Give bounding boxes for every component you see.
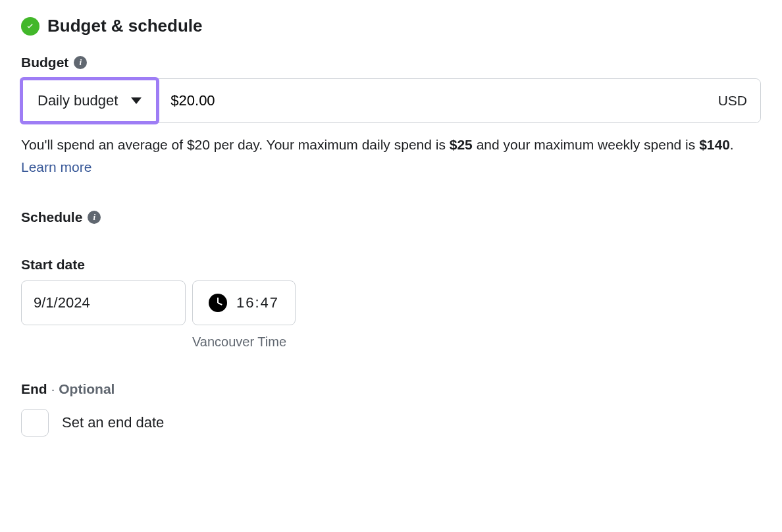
max-daily-spend: $25: [450, 137, 473, 152]
date-time-row: 9/1/2024 16:47: [21, 280, 761, 325]
budget-label-row: Budget i: [21, 55, 761, 70]
budget-type-dropdown[interactable]: Daily budget: [20, 77, 159, 124]
budget-amount-wrap: USD: [157, 79, 760, 122]
start-date-input[interactable]: 9/1/2024: [21, 280, 186, 325]
section-title: Budget & schedule: [47, 16, 202, 36]
set-end-date-row: Set an end date: [21, 409, 761, 437]
info-icon[interactable]: i: [74, 56, 87, 69]
start-time-input[interactable]: 16:47: [192, 280, 296, 325]
dot-separator: ·: [51, 382, 55, 397]
budget-type-text: Daily budget: [38, 92, 118, 109]
set-end-date-label: Set an end date: [62, 414, 164, 431]
budget-label: Budget: [21, 55, 68, 70]
budget-amount-input[interactable]: [157, 92, 704, 109]
set-end-date-checkbox[interactable]: [21, 409, 49, 437]
start-date-value: 9/1/2024: [34, 294, 90, 311]
section-header: Budget & schedule: [21, 16, 761, 36]
helper-text-part1: You'll spend an average of $20 per day. …: [21, 137, 450, 152]
chevron-down-icon: [131, 97, 142, 104]
clock-icon: [209, 294, 227, 312]
start-date-label-row: Start date: [21, 257, 761, 273]
helper-text-part3: .: [730, 137, 734, 152]
optional-label: Optional: [59, 381, 115, 397]
currency-label: USD: [705, 93, 760, 109]
max-weekly-spend: $140: [699, 137, 730, 152]
schedule-label: Schedule: [21, 209, 82, 225]
budget-row: Daily budget USD: [21, 78, 761, 123]
helper-text-part2: and your maximum weekly spend is: [473, 137, 699, 152]
learn-more-link[interactable]: Learn more: [21, 159, 91, 174]
check-icon: [21, 17, 39, 36]
start-date-label: Start date: [21, 257, 85, 273]
info-icon[interactable]: i: [88, 211, 101, 224]
schedule-label-row: Schedule i: [21, 209, 761, 225]
start-time-value: 16:47: [236, 294, 279, 311]
timezone-label: Vancouver Time: [192, 334, 761, 350]
end-label: End: [21, 381, 47, 397]
end-label-row: End · Optional: [21, 381, 761, 397]
budget-helper-text: You'll spend an average of $20 per day. …: [21, 134, 761, 178]
